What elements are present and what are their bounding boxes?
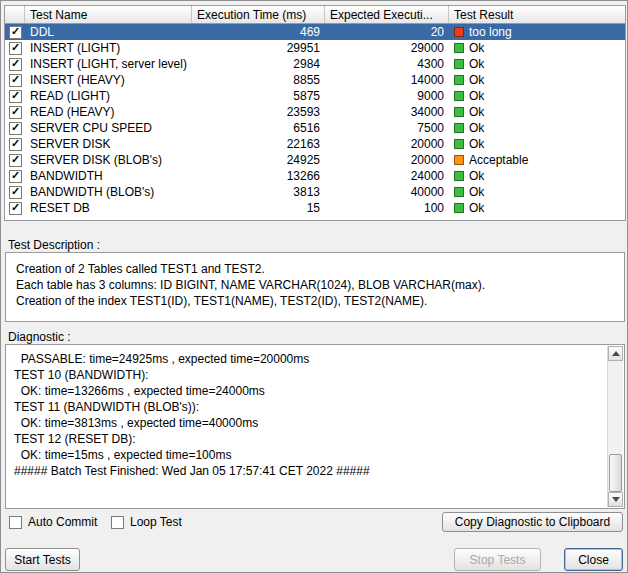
- expected-time-cell: 29000: [325, 40, 449, 56]
- column-header-execution-time[interactable]: Execution Time (ms): [192, 6, 325, 23]
- row-checkbox[interactable]: [9, 26, 22, 39]
- table-header: Test Name Execution Time (ms) Expected E…: [5, 6, 625, 24]
- scroll-down-button[interactable]: [608, 492, 623, 507]
- test-result-cell: Ok: [449, 184, 625, 200]
- expected-time-cell: 20: [325, 24, 449, 40]
- expected-time-cell: 34000: [325, 104, 449, 120]
- table-row[interactable]: SERVER DISK (BLOB's) 24925 20000 Accepta…: [5, 152, 625, 168]
- status-icon: [454, 203, 464, 213]
- table-row[interactable]: BANDWIDTH 13266 24000 Ok: [5, 168, 625, 184]
- column-header-test-name[interactable]: Test Name: [25, 6, 192, 23]
- test-name-cell: BANDWIDTH: [25, 168, 192, 184]
- row-checkbox-cell: [5, 184, 25, 200]
- column-header-test-result[interactable]: Test Result: [449, 6, 625, 23]
- result-text: Ok: [469, 89, 484, 103]
- row-checkbox[interactable]: [9, 186, 22, 199]
- column-header-checkbox[interactable]: [5, 6, 25, 23]
- execution-time-cell: 24925: [192, 152, 325, 168]
- row-checkbox[interactable]: [9, 106, 22, 119]
- row-checkbox[interactable]: [9, 42, 22, 55]
- test-name-cell: INSERT (LIGHT, server level): [25, 56, 192, 72]
- scroll-track[interactable]: [608, 361, 623, 492]
- stop-tests-button[interactable]: Stop Tests: [454, 548, 541, 571]
- row-checkbox[interactable]: [9, 90, 22, 103]
- loop-test-checkbox[interactable]: [111, 516, 124, 529]
- expected-time-cell: 14000: [325, 72, 449, 88]
- benchmark-window: Test Name Execution Time (ms) Expected E…: [0, 0, 628, 573]
- status-icon: [454, 139, 464, 149]
- close-button[interactable]: Close: [564, 548, 623, 571]
- result-text: Ok: [469, 185, 484, 199]
- result-text: Ok: [469, 41, 484, 55]
- result-text: Ok: [469, 201, 484, 215]
- start-tests-button[interactable]: Start Tests: [5, 548, 80, 571]
- table-row[interactable]: SERVER DISK 22163 20000 Ok: [5, 136, 625, 152]
- status-icon: [454, 123, 464, 133]
- result-text: Ok: [469, 105, 484, 119]
- diagnostic-box: PASSABLE: time=24925ms , expected time=2…: [5, 344, 625, 509]
- table-row[interactable]: DDL 469 20 too long: [5, 24, 625, 40]
- execution-time-cell: 22163: [192, 136, 325, 152]
- execution-time-cell: 8855: [192, 72, 325, 88]
- row-checkbox[interactable]: [9, 170, 22, 183]
- down-arrow-icon: [612, 497, 620, 502]
- test-name-cell: BANDWIDTH (BLOB's): [25, 184, 192, 200]
- table-row[interactable]: READ (LIGHT) 5875 9000 Ok: [5, 88, 625, 104]
- test-result-cell: Ok: [449, 56, 625, 72]
- row-checkbox[interactable]: [9, 138, 22, 151]
- expected-time-cell: 20000: [325, 136, 449, 152]
- execution-time-cell: 23593: [192, 104, 325, 120]
- expected-time-cell: 40000: [325, 184, 449, 200]
- execution-time-cell: 13266: [192, 168, 325, 184]
- status-icon: [454, 187, 464, 197]
- test-result-cell: Ok: [449, 40, 625, 56]
- result-text: too long: [469, 25, 512, 39]
- table-row[interactable]: INSERT (LIGHT, server level) 2984 4300 O…: [5, 56, 625, 72]
- diagnostic-scrollbar[interactable]: [607, 346, 623, 507]
- loop-test-label: Loop Test: [130, 515, 182, 529]
- execution-time-cell: 15: [192, 200, 325, 216]
- table-row[interactable]: SERVER CPU SPEED 6516 7500 Ok: [5, 120, 625, 136]
- status-icon: [454, 91, 464, 101]
- row-checkbox-cell: [5, 104, 25, 120]
- row-checkbox[interactable]: [9, 202, 22, 215]
- scroll-thumb[interactable]: [609, 454, 622, 492]
- row-checkbox-cell: [5, 72, 25, 88]
- test-result-cell: Ok: [449, 136, 625, 152]
- test-name-cell: INSERT (HEAVY): [25, 72, 192, 88]
- table-row[interactable]: BANDWIDTH (BLOB's) 3813 40000 Ok: [5, 184, 625, 200]
- auto-commit-label: Auto Commit: [28, 515, 97, 529]
- test-result-cell: Ok: [449, 168, 625, 184]
- up-arrow-icon: [612, 351, 620, 356]
- expected-time-cell: 24000: [325, 168, 449, 184]
- column-header-expected-execution[interactable]: Expected Executi...: [325, 6, 449, 23]
- result-text: Ok: [469, 57, 484, 71]
- test-result-cell: Ok: [449, 120, 625, 136]
- test-result-cell: too long: [449, 24, 625, 40]
- scroll-up-button[interactable]: [608, 346, 623, 361]
- expected-time-cell: 4300: [325, 56, 449, 72]
- row-checkbox-cell: [5, 168, 25, 184]
- row-checkbox[interactable]: [9, 154, 22, 167]
- copy-diagnostic-button[interactable]: Copy Diagnostic to Clipboard: [442, 512, 623, 532]
- row-checkbox-cell: [5, 56, 25, 72]
- row-checkbox[interactable]: [9, 58, 22, 71]
- row-checkbox-cell: [5, 136, 25, 152]
- table-row[interactable]: RESET DB 15 100 Ok: [5, 200, 625, 216]
- table-row[interactable]: READ (HEAVY) 23593 34000 Ok: [5, 104, 625, 120]
- expected-time-cell: 20000: [325, 152, 449, 168]
- test-result-cell: Ok: [449, 104, 625, 120]
- row-checkbox[interactable]: [9, 74, 22, 87]
- auto-commit-checkbox[interactable]: [9, 516, 22, 529]
- status-icon: [454, 59, 464, 69]
- execution-time-cell: 5875: [192, 88, 325, 104]
- table-row[interactable]: INSERT (HEAVY) 8855 14000 Ok: [5, 72, 625, 88]
- row-checkbox-cell: [5, 40, 25, 56]
- test-name-cell: SERVER DISK (BLOB's): [25, 152, 192, 168]
- result-text: Acceptable: [469, 153, 528, 167]
- row-checkbox[interactable]: [9, 122, 22, 135]
- status-icon: [454, 107, 464, 117]
- table-row[interactable]: INSERT (LIGHT) 29951 29000 Ok: [5, 40, 625, 56]
- test-table: Test Name Execution Time (ms) Expected E…: [4, 5, 626, 221]
- test-name-cell: DDL: [25, 24, 192, 40]
